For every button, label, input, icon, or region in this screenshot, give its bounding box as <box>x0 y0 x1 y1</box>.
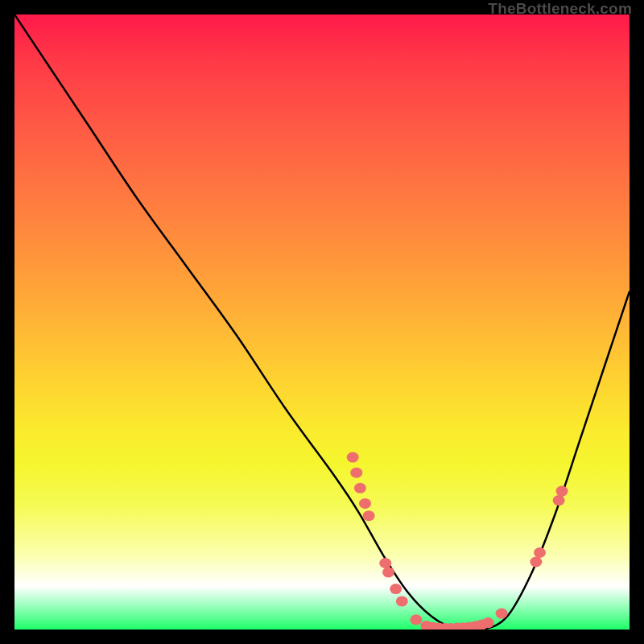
watermark-label: TheBottleneck.com <box>488 0 632 18</box>
plot-area <box>14 14 630 630</box>
chart-container: TheBottleneck.com <box>0 0 644 644</box>
